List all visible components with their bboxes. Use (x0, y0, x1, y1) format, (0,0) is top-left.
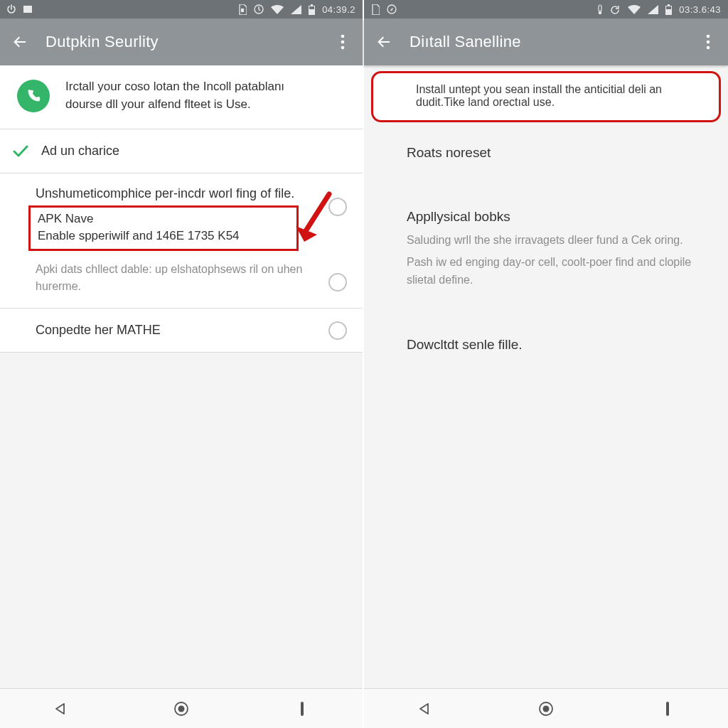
svg-point-23 (542, 705, 549, 712)
row-roats[interactable]: Roats noreset (364, 131, 728, 175)
status-clock: 03:3.6:43 (679, 4, 721, 15)
row-label: Ad un charice (41, 144, 346, 159)
screen-install: 03:3.6:43 Diıtall Sanelline Install unte… (364, 0, 728, 728)
svg-point-18 (707, 35, 710, 38)
page-title: Dutpkin Seurlity (46, 33, 159, 51)
wifi-icon (628, 4, 641, 15)
row-label: Roats noreset (407, 145, 710, 161)
phone-icon (17, 80, 50, 112)
svg-point-8 (341, 46, 345, 50)
svg-point-7 (341, 41, 345, 44)
row-body-1: Saluding wrll the she irravagets dleer f… (407, 232, 710, 250)
row-download[interactable]: Dowcltdt senle fille. (364, 323, 728, 367)
apk-sub: Enable spperiwilf and 146E 1735 K54 (38, 229, 289, 243)
svg-rect-24 (666, 702, 669, 716)
clock-icon (254, 4, 264, 15)
radio-apk[interactable] (328, 273, 347, 291)
nav-bar (0, 688, 363, 728)
back-button[interactable] (10, 32, 30, 52)
sim-icon (371, 4, 380, 15)
apk-highlight-box: APK Nave Enable spperiwilf and 146E 1735… (28, 205, 299, 251)
check-icon (13, 145, 28, 161)
row-label: Dowcltdt senle fille. (407, 337, 710, 353)
nav-back-button[interactable] (410, 695, 439, 723)
overflow-menu-button[interactable] (698, 32, 718, 52)
svg-rect-5 (309, 6, 314, 9)
svg-point-20 (707, 46, 710, 50)
app-bar: Dutpkin Seurlity (0, 18, 363, 65)
signal-icon (291, 4, 301, 15)
svg-rect-0 (23, 6, 32, 13)
thermometer-icon (597, 4, 603, 15)
battery-icon (309, 4, 315, 15)
row-conpedte[interactable]: Conpedte her MATHE (0, 309, 363, 353)
power-icon (7, 4, 16, 15)
row-body-2: Pash iw ed enging day-or cell, coolt-poe… (407, 254, 710, 289)
svg-rect-13 (599, 5, 601, 11)
back-button[interactable] (374, 32, 394, 52)
status-bar: 03:3.6:43 (364, 0, 728, 18)
nav-back-button[interactable] (46, 695, 75, 723)
app-icon (386, 87, 400, 105)
battery-icon (665, 4, 672, 15)
nav-bar (364, 688, 728, 728)
sim-icon (238, 4, 247, 15)
status-clock: 04:39.2 (322, 4, 355, 15)
svg-point-6 (341, 35, 345, 38)
svg-rect-11 (301, 702, 304, 716)
security-banner: Irctall your coso lotan the Incoll patab… (0, 65, 363, 129)
overflow-menu-button[interactable] (333, 32, 353, 52)
svg-rect-16 (668, 4, 670, 6)
nav-home-button[interactable] (532, 695, 560, 723)
row-applysical[interactable]: Appllysical bobks Saluding wrll the she … (364, 195, 728, 303)
radio-conpedte[interactable] (328, 321, 347, 340)
nav-recent-button[interactable] (653, 695, 682, 723)
row-unknown-sources[interactable]: Unshumeticomphice per-incdr worl fing of… (0, 173, 363, 309)
row-label: Conpedte her MATHE (36, 323, 313, 338)
nav-home-button[interactable] (167, 695, 196, 723)
install-banner[interactable]: Install untept you sean install the anti… (371, 71, 721, 122)
status-bar: 04:39.2 (0, 0, 363, 18)
sync-icon (610, 4, 621, 15)
row-label: Appllysical bobks (407, 209, 710, 225)
svg-rect-1 (241, 9, 244, 12)
svg-point-19 (707, 41, 710, 44)
wifi-icon (271, 4, 284, 15)
signal-icon (648, 4, 658, 15)
page-title: Diıtall Sanelline (410, 33, 521, 51)
svg-rect-17 (666, 6, 671, 9)
window-icon (23, 4, 33, 15)
banner-text: Install untept you sean install the anti… (416, 83, 706, 109)
screen-security: 04:39.2 Dutpkin Seurlity Irctall your co… (0, 0, 364, 728)
radio-unknown-sources[interactable] (328, 198, 347, 216)
compass-icon (387, 4, 397, 15)
svg-rect-4 (311, 4, 313, 6)
svg-point-10 (178, 705, 185, 712)
nav-recent-button[interactable] (288, 695, 316, 723)
app-bar: Diıtall Sanelline (364, 18, 728, 65)
row-ad-charice[interactable]: Ad un charice (0, 129, 363, 173)
apk-caption: Apki dats chllect dable: up elshatophsew… (36, 261, 313, 295)
svg-point-14 (599, 11, 602, 14)
banner-text: Irctall your coso lotan the Incoll patab… (65, 78, 321, 113)
apk-title: APK Nave (38, 212, 289, 226)
row-primary: Unshumeticomphice per-incdr worl fing of… (36, 186, 313, 201)
